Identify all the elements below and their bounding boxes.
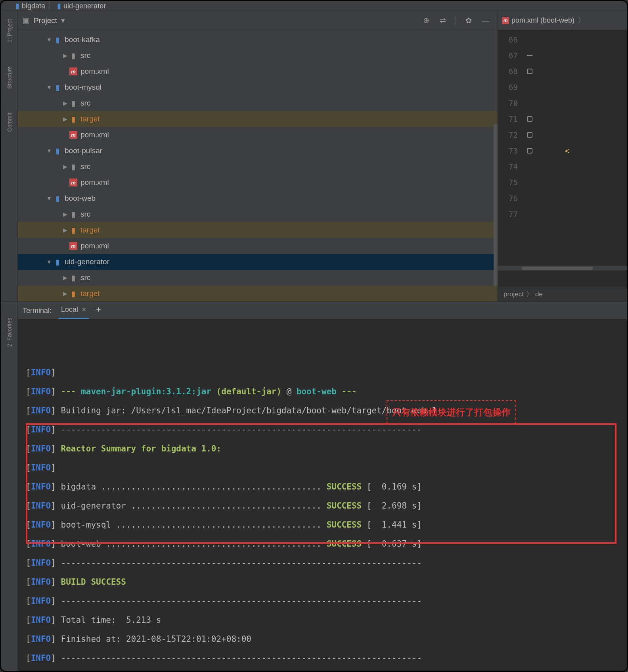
tree-item-boot-web[interactable]: ▼▮boot-web [18,190,498,206]
project-panel: ▣ Project ▾ ⊕ ⇌ ✿ — ▼▮boot-kafka▶▮srcmpo… [18,11,498,301]
gutter-mark [522,63,538,79]
tree-item-label: src [80,51,90,60]
folder-icon: ▮ [69,51,78,60]
tool-favorites[interactable]: 2: Favorites [6,318,13,347]
tree-item-src[interactable]: ▶▮src [18,48,498,63]
tree-item-label: boot-web [65,194,96,203]
tab-local[interactable]: Local ✕ [59,303,89,319]
chevron-right-icon[interactable]: ▶ [61,227,69,233]
gutter-mark [522,127,538,143]
breadcrumb-child[interactable]: uid-generator [63,2,106,10]
line-number: 71 [498,111,518,127]
gutter-mark [522,190,538,206]
tree-item-src[interactable]: ▶▮src [18,206,498,222]
tree-item-boot-kafka[interactable]: ▼▮boot-kafka [18,32,498,48]
project-view-icon[interactable]: ▣ [23,16,30,25]
tool-structure[interactable]: Structure [6,66,13,89]
left-tool-strip[interactable]: 1: Project Structure Commit [1,11,18,301]
tree-item-uid-generator[interactable]: ▼▮uid-generator [18,254,498,270]
target-folder-icon: ▮ [69,115,78,124]
hide-icon[interactable]: — [479,16,493,25]
code-line[interactable] [538,175,627,190]
module-folder-icon: ▮ [53,194,62,203]
chevron-down-icon[interactable]: ▼ [46,84,53,90]
tree-item-pom-xml[interactable]: mpom.xml [18,238,498,254]
chevron-right-icon[interactable]: ▶ [61,275,69,281]
project-title[interactable]: Project [34,16,57,25]
terminal-line: [INFO] ---------------------------------… [26,553,623,572]
breadcrumb-root[interactable]: bigdata [22,2,45,10]
breadcrumb[interactable]: ▮ bigdata 〉 ▮ uid-generator [1,1,627,11]
tool-commit[interactable]: Commit [6,113,13,132]
project-tree[interactable]: ▼▮boot-kafka▶▮srcmpom.xml▼▮boot-mysql▶▮s… [18,30,498,301]
tree-item-target[interactable]: ▶▮target [18,111,498,127]
scrollbar-thumb[interactable] [522,267,593,270]
terminal-output[interactable]: [INFO][INFO] --- maven-jar-plugin:3.1.2:… [18,319,627,672]
chevron-right-icon[interactable]: ▶ [61,163,69,170]
folder-icon: ▮ [57,2,61,10]
chevron-right-icon[interactable]: ▶ [61,52,69,59]
terminal-line: [INFO] --- maven-jar-plugin:3.1.2:jar (d… [26,382,623,401]
code-line[interactable] [538,63,627,79]
chevron-right-icon[interactable]: ▶ [61,100,69,106]
tab-pom[interactable]: m pom.xml (boot-web) [502,16,574,25]
chevron-right-icon[interactable]: 〉 [578,15,585,26]
code-line[interactable] [538,127,627,143]
tree-item-src[interactable]: ▶▮src [18,270,498,286]
tool-project[interactable]: 1: Project [6,19,13,42]
editor-body[interactable]: 666768697071727374757677 < [498,30,627,286]
tree-item-pom-xml[interactable]: mpom.xml [18,127,498,143]
code-line[interactable] [538,48,627,63]
editor-breadcrumbs[interactable]: project 〉 de [498,286,627,301]
tree-item-pom-xml[interactable]: mpom.xml [18,63,498,79]
gear-icon[interactable]: ✿ [462,16,475,25]
gutter-mark [522,48,538,63]
close-icon[interactable]: ✕ [81,306,86,313]
chevron-down-icon[interactable]: ▼ [46,36,53,43]
tree-item-boot-mysql[interactable]: ▼▮boot-mysql [18,79,498,95]
chevron-right-icon[interactable]: ▶ [61,290,69,297]
code-line[interactable] [538,111,627,127]
code-line[interactable]: < [538,143,627,159]
code-line[interactable] [538,32,627,48]
code-line[interactable] [538,95,627,111]
tree-item-label: src [80,210,90,219]
chevron-right-icon: 〉 [48,1,55,11]
tree-item-target[interactable]: ▶▮target [18,286,498,301]
tree-item-src[interactable]: ▶▮src [18,159,498,175]
terminal-line: [INFO] [26,363,623,382]
code-line[interactable] [538,159,627,175]
scrollbar-thumb[interactable] [494,124,498,286]
tree-item-label: uid-generator [65,257,109,266]
code-line[interactable] [538,206,627,222]
tree-item-pom-xml[interactable]: mpom.xml [18,175,498,190]
annotation-label: 只有依赖模块进行了打包操作 [387,400,516,424]
code-line[interactable] [538,79,627,95]
editor-lines[interactable]: < [538,30,627,286]
target-folder-icon: ▮ [69,226,78,235]
crumb-de[interactable]: de [535,290,543,298]
line-number: 76 [498,190,518,206]
locate-icon[interactable]: ⊕ [420,16,433,25]
chevron-down-icon[interactable]: ▼ [46,259,53,265]
left-tool-strip-bottom[interactable]: 2: Favorites [1,302,18,672]
chevron-down-icon[interactable]: ▾ [61,16,65,25]
tree-item-boot-pulsar[interactable]: ▼▮boot-pulsar [18,143,498,159]
chevron-down-icon[interactable]: ▼ [46,195,53,202]
folder-icon: ▮ [69,99,78,108]
terminal-line: [INFO] ---------------------------------… [26,649,623,668]
tree-item-src[interactable]: ▶▮src [18,95,498,111]
chevron-right-icon[interactable]: ▶ [61,116,69,122]
collapse-icon[interactable]: ⇌ [437,16,449,25]
maven-icon: m [69,179,78,186]
crumb-project[interactable]: project [504,290,524,298]
chevron-right-icon[interactable]: ▶ [61,211,69,217]
horizontal-scrollbar[interactable] [498,266,627,271]
gutter-mark [522,32,538,48]
maven-icon: m [69,67,78,75]
tree-item-label: boot-pulsar [65,146,102,155]
tree-item-target[interactable]: ▶▮target [18,222,498,238]
code-line[interactable] [538,190,627,206]
add-terminal-button[interactable]: + [96,305,101,319]
chevron-down-icon[interactable]: ▼ [46,148,53,154]
